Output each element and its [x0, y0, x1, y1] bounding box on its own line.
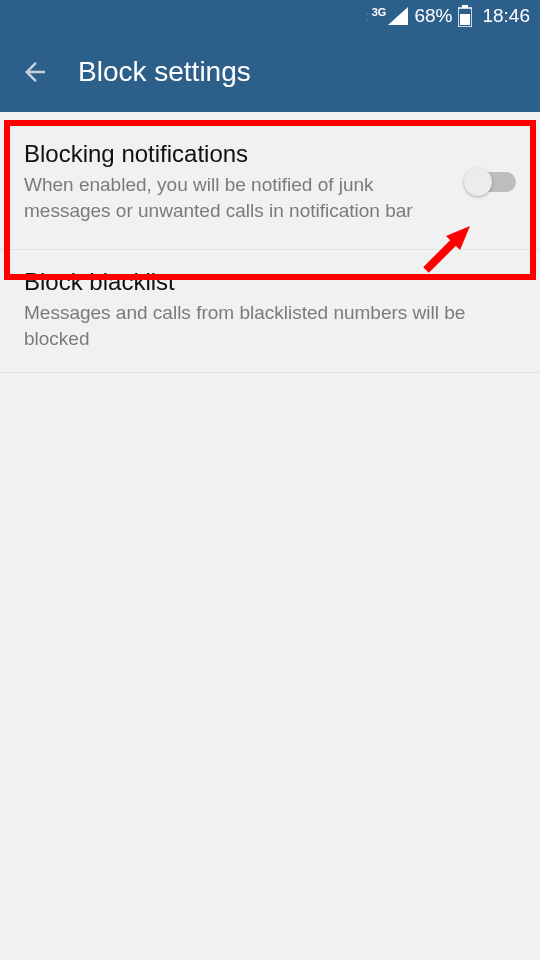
toggle-blocking-notifications[interactable] — [466, 172, 516, 192]
svg-rect-2 — [460, 14, 470, 25]
battery-icon — [458, 5, 472, 27]
toggle-knob — [464, 168, 492, 196]
setting-title: Blocking notifications — [24, 140, 450, 168]
network-label: 3G — [372, 6, 387, 18]
clock: 18:46 — [482, 5, 530, 27]
back-icon[interactable] — [20, 57, 50, 87]
app-bar: Block settings — [0, 32, 540, 112]
setting-title: Block blacklist — [24, 268, 516, 296]
setting-block-blacklist[interactable]: Block blacklist Messages and calls from … — [0, 250, 540, 372]
setting-blocking-notifications[interactable]: Blocking notifications When enabled, you… — [0, 112, 540, 250]
status-bar: : 3G 68% 18:46 — [0, 0, 540, 32]
page-title: Block settings — [78, 56, 251, 88]
battery-percent: 68% — [414, 5, 452, 27]
signal-icon — [388, 7, 408, 25]
setting-desc: When enabled, you will be notified of ju… — [24, 172, 450, 223]
setting-desc: Messages and calls from blacklisted numb… — [24, 300, 516, 351]
settings-list: Blocking notifications When enabled, you… — [0, 112, 540, 373]
status-dots: : — [366, 8, 368, 24]
